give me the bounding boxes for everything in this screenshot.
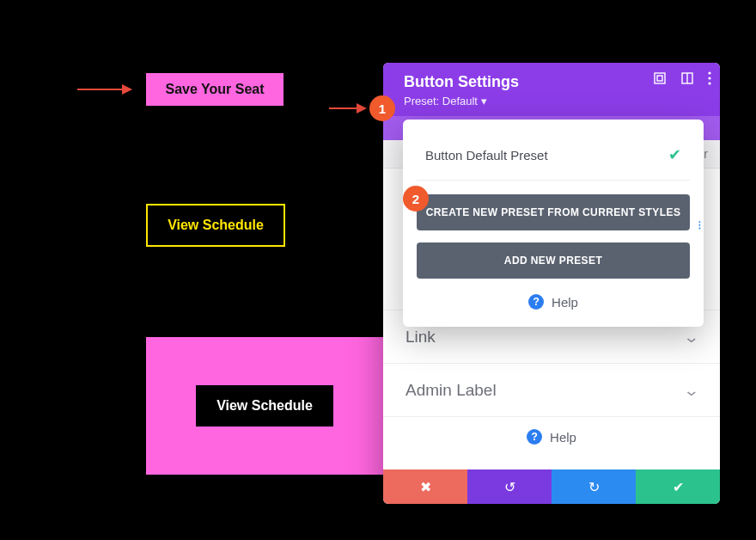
close-icon: ✖ bbox=[420, 479, 431, 495]
panel-header-actions bbox=[653, 71, 711, 85]
undo-button[interactable]: ↺ bbox=[467, 469, 552, 504]
divider bbox=[417, 180, 690, 181]
preview-button-label: Save Your Seat bbox=[165, 82, 264, 97]
button-label: CREATE NEW PRESET FROM CURRENT STYLES bbox=[426, 206, 681, 218]
layout-toggle-icon[interactable] bbox=[680, 71, 694, 85]
chevron-down-icon: ⌄ bbox=[683, 381, 700, 400]
panel-footer: ✖ ↺ ↻ ✔ bbox=[383, 469, 720, 504]
accordion-label: Admin Label bbox=[405, 381, 497, 400]
chevron-down-icon: ⌄ bbox=[683, 328, 700, 347]
preset-dropdown[interactable]: Preset: Default ▾ bbox=[404, 95, 704, 107]
panel-help-link[interactable]: ? Help bbox=[383, 417, 720, 448]
annotation-arrow bbox=[77, 89, 131, 90]
check-icon: ✔ bbox=[668, 145, 681, 164]
popover-help-link[interactable]: ? Help bbox=[417, 291, 690, 327]
svg-point-5 bbox=[708, 77, 710, 79]
button-label: ADD NEW PRESET bbox=[504, 255, 602, 267]
preset-label: Preset: Default bbox=[404, 95, 478, 107]
svg-point-4 bbox=[708, 71, 710, 74]
preview-button-view-schedule-dark[interactable]: View Schedule bbox=[196, 385, 333, 426]
preview-button-save-seat[interactable]: Save Your Seat bbox=[146, 73, 284, 106]
preview-section-pink: View Schedule bbox=[146, 337, 383, 475]
annotation-arrow bbox=[329, 107, 365, 109]
accordion-label: Link bbox=[405, 328, 436, 347]
preview-button-label: View Schedule bbox=[216, 398, 313, 414]
preview-button-label: View Schedule bbox=[168, 218, 264, 233]
accordion-admin-label[interactable]: Admin Label ⌄ bbox=[383, 363, 720, 416]
undo-icon: ↺ bbox=[504, 479, 515, 495]
caret-down-icon: ▾ bbox=[481, 95, 487, 107]
help-icon: ? bbox=[528, 294, 544, 310]
preset-popover: Button Default Preset ✔ CREATE NEW PRESE… bbox=[403, 120, 704, 327]
check-icon: ✔ bbox=[673, 479, 684, 495]
svg-point-6 bbox=[708, 82, 710, 84]
help-label: Help bbox=[552, 295, 578, 310]
svg-rect-0 bbox=[655, 73, 665, 83]
add-new-preset-button[interactable]: ADD NEW PRESET bbox=[417, 242, 690, 279]
expand-icon[interactable] bbox=[653, 71, 667, 85]
preset-item-label: Button Default Preset bbox=[425, 148, 548, 163]
annotation-step-2: 2 bbox=[403, 186, 429, 212]
redo-icon: ↻ bbox=[588, 479, 600, 495]
svg-rect-1 bbox=[657, 76, 662, 81]
preview-button-view-schedule-outline[interactable]: View Schedule bbox=[146, 204, 285, 247]
gear-icon[interactable]: ⁝ bbox=[698, 218, 702, 233]
cancel-button[interactable]: ✖ bbox=[383, 469, 467, 504]
redo-button[interactable]: ↻ bbox=[552, 469, 636, 504]
create-preset-from-current-button[interactable]: CREATE NEW PRESET FROM CURRENT STYLES bbox=[417, 194, 690, 230]
save-button[interactable]: ✔ bbox=[636, 469, 720, 504]
annotation-step-1: 1 bbox=[369, 95, 395, 121]
more-icon[interactable] bbox=[708, 71, 711, 85]
help-label: Help bbox=[550, 430, 576, 445]
help-icon: ? bbox=[527, 429, 542, 445]
tab-fragment: r bbox=[704, 147, 708, 161]
panel-header: Button Settings Preset: Default ▾ bbox=[383, 63, 720, 116]
preset-list-item-default[interactable]: Button Default Preset ✔ bbox=[417, 138, 690, 180]
